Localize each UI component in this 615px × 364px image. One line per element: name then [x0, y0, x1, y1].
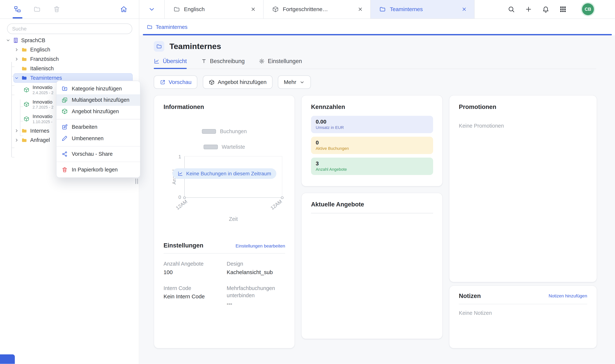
notizen-header: Notizen Notizen hinzufügen	[459, 292, 587, 299]
chevron-down-icon[interactable]	[6, 38, 11, 43]
field-label: Design	[227, 260, 285, 267]
tree-label: Englisch	[30, 47, 50, 53]
bottom-corner-button[interactable]	[0, 354, 15, 364]
tab-label: Englisch	[184, 6, 246, 13]
tree-label: Italienisch	[30, 65, 54, 72]
x-axis-tick: 12AM	[175, 199, 189, 211]
external-link-icon	[160, 79, 166, 85]
add-icon[interactable]	[525, 6, 532, 13]
folder-tool-icon[interactable]	[33, 6, 41, 13]
folder-icon	[147, 24, 153, 30]
chevron-right-icon[interactable]	[14, 128, 19, 133]
tab-einstellungen[interactable]: Einstellungen	[259, 58, 302, 68]
tab-beschreibung[interactable]: Beschreibung	[201, 58, 245, 68]
menu-item-multiangebot-hinzufuegen[interactable]: Multiangebot hinzufügen	[56, 94, 140, 106]
chevron-right-icon[interactable]	[14, 57, 19, 62]
chevron-down-icon[interactable]	[14, 76, 19, 81]
tab-list-chevron-down-icon[interactable]	[148, 5, 156, 13]
legend-swatch	[204, 145, 218, 149]
stat-value: 0.00	[316, 118, 428, 125]
chevron-right-icon[interactable]	[14, 47, 19, 52]
menu-divider	[56, 119, 140, 119]
einstellungen-bearbeiten-link[interactable]: Einstellungen bearbeiten	[236, 243, 285, 248]
offer-title: Innovatio	[33, 99, 54, 105]
breadcrumb-active-underline	[143, 34, 612, 35]
breadcrumb: Teaminternes	[140, 19, 615, 35]
angebot-hinzufuegen-button[interactable]: Angebot hinzufügen	[203, 76, 272, 89]
tab-label: Fortgeschrittene…	[283, 6, 353, 13]
menu-item-label: Umbenennen	[72, 135, 104, 142]
chevron-right-icon[interactable]	[14, 138, 19, 143]
menu-divider	[56, 146, 140, 146]
home-icon[interactable]	[120, 6, 127, 13]
trash-tool-icon[interactable]	[53, 6, 60, 13]
tab-bar: Englisch Fortgeschrittene… Teaminternes	[139, 0, 615, 18]
tab-teaminternes[interactable]: Teaminternes	[370, 0, 475, 18]
folder-plus-icon	[61, 85, 68, 92]
legend-label: Buchungen	[220, 128, 247, 134]
stat-label: Umsatz in EUR	[316, 125, 428, 130]
stat-aktive-buchungen: 0 Aktive Buchungen	[311, 137, 433, 154]
folder-icon	[21, 75, 28, 81]
x-axis-label: Zeit	[229, 216, 238, 222]
close-icon[interactable]	[461, 6, 467, 12]
tree-label: SprachCB	[21, 37, 45, 43]
notizen-hinzufuegen-link[interactable]: Notizen hinzufügen	[548, 293, 587, 299]
sidebar-resize-handle[interactable]	[135, 179, 138, 184]
search-input[interactable]	[7, 24, 132, 34]
close-icon[interactable]	[357, 6, 363, 12]
mehr-button[interactable]: Mehr	[278, 76, 311, 89]
offer-cube-icon	[24, 101, 29, 107]
menu-item-angebot-hinzufuegen[interactable]: Angebot hinzufügen	[56, 106, 140, 117]
close-icon[interactable]	[250, 6, 256, 12]
tree-item-englisch[interactable]: Englisch	[0, 45, 139, 54]
axis-endpoint-dot	[281, 196, 284, 199]
breadcrumb-item[interactable]: Teaminternes	[156, 24, 188, 30]
menu-item-label: Multiangebot hinzufügen	[72, 97, 129, 103]
menu-item-kategorie-hinzufuegen[interactable]: Kategorie hinzufügen	[56, 83, 140, 94]
folder-icon	[21, 65, 28, 72]
vorschau-button[interactable]: Vorschau	[154, 76, 197, 89]
offer-date: 2.4.2025 - 2	[33, 91, 54, 95]
tree-connector-stub	[20, 121, 23, 121]
page-header: Teaminternes	[154, 41, 615, 52]
field-value: Kein Intern Code	[164, 293, 222, 300]
package-icon	[209, 79, 215, 85]
stat-value: 0	[316, 140, 428, 146]
card-title: Promotionen	[459, 104, 587, 110]
page-folder-icon-box	[154, 41, 164, 52]
folder-icon	[379, 6, 386, 13]
settings-section-header: Einstellungen Einstellungen bearbeiten	[164, 242, 285, 249]
field-label: Mehrfachbuchungen unterbinden	[227, 285, 285, 299]
chart-legend: Buchungen Warteliste	[164, 128, 285, 150]
folder-icon	[21, 137, 28, 143]
tab-fortgeschrittene[interactable]: Fortgeschrittene…	[263, 0, 370, 18]
menu-item-umbenennen[interactable]: Umbenennen	[56, 133, 140, 144]
offer-cube-icon	[24, 116, 29, 122]
multi-offer-icon	[61, 97, 68, 103]
search-icon[interactable]	[508, 6, 515, 13]
button-label: Vorschau	[168, 79, 192, 85]
topbar-actions: CB	[508, 0, 615, 18]
trash-icon	[61, 167, 68, 173]
menu-item-in-papierkorb-legen[interactable]: In Papierkorb legen	[56, 164, 140, 175]
divider	[311, 213, 433, 213]
tree-view-icon[interactable]	[14, 6, 21, 13]
apps-grid-icon[interactable]	[559, 6, 567, 13]
tree-item-italienisch[interactable]: Italienisch	[0, 64, 139, 73]
tree-item-franzoesisch[interactable]: Französisch	[0, 54, 139, 64]
card-title: Aktuelle Angebote	[311, 201, 433, 208]
avatar[interactable]: CB	[582, 3, 594, 15]
sidebar-toolbar	[0, 0, 139, 18]
tab-englisch[interactable]: Englisch	[164, 0, 263, 18]
tree-label: Internes	[30, 128, 49, 134]
menu-item-vorschau-share[interactable]: Vorschau - Share	[56, 148, 140, 160]
menu-item-bearbeiten[interactable]: Bearbeiten	[56, 121, 140, 133]
tab-label: Einstellungen	[268, 58, 302, 65]
legend-swatch	[202, 129, 216, 134]
tab-label: Übersicht	[163, 58, 187, 65]
tree-root-sprachcb[interactable]: SprachCB	[0, 36, 139, 45]
notifications-bell-icon[interactable]	[542, 6, 549, 13]
tab-uebersicht[interactable]: Übersicht	[154, 58, 187, 68]
folder-icon	[21, 128, 28, 134]
